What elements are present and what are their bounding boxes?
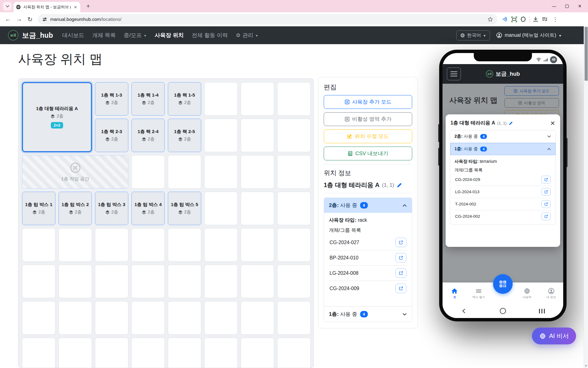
android-home-button[interactable] — [500, 308, 506, 314]
tab-search-button[interactable] — [3, 2, 12, 10]
map-cell-empty[interactable] — [95, 301, 128, 335]
phone-nav-chip[interactable]: AI검색 — [515, 288, 539, 299]
nav-item[interactable]: 종/모프▼ — [124, 32, 147, 39]
map-cell-empty[interactable] — [204, 301, 238, 335]
map-cell-enclosure[interactable]: 1층 랙 2-3 2층 — [95, 119, 128, 152]
scrollbar-thumb[interactable] — [585, 27, 588, 81]
map-cell-enclosure[interactable]: 1층 랙 1-3 2층 — [95, 82, 128, 116]
bookmark-star-icon[interactable] — [488, 17, 493, 22]
map-cell-enclosure[interactable]: 1층 텁 박스 5 2층 — [168, 192, 201, 225]
entity-open-link-button[interactable] — [541, 176, 551, 183]
language-select-button[interactable]: 한국어 ▼ — [456, 30, 490, 40]
map-cell-empty[interactable] — [168, 155, 201, 189]
screen-capture-icon[interactable] — [511, 16, 517, 22]
map-cell-empty[interactable] — [22, 228, 55, 262]
back-button[interactable]: ← — [3, 14, 13, 24]
map-cell-empty[interactable] — [277, 192, 311, 225]
map-cell-empty[interactable] — [22, 301, 55, 335]
kebab-menu-icon[interactable]: ⋮ — [552, 16, 558, 23]
edit-pencil-icon[interactable] — [509, 121, 513, 125]
map-cell-empty[interactable] — [204, 119, 238, 152]
map-cell-empty[interactable] — [204, 265, 238, 298]
map-cell-enclosure[interactable]: 1층 텁 박스 4 2층 — [131, 192, 165, 225]
map-cell-enclosure-selected[interactable]: 1층 대형 테라리움 A 2층2×2 — [22, 82, 92, 152]
phone-nav-menu[interactable]: 메뉴 열기 — [467, 288, 491, 299]
entity-open-link-button[interactable] — [395, 253, 406, 263]
close-icon[interactable]: ✕ — [550, 120, 555, 126]
map-cell-empty[interactable] — [277, 228, 311, 262]
map-cell-empty[interactable] — [22, 265, 55, 298]
map-cell-empty[interactable] — [168, 265, 201, 298]
reload-button[interactable]: ↻ — [25, 14, 35, 24]
map-cell-empty[interactable] — [204, 228, 238, 262]
entity-open-link-button[interactable] — [541, 188, 551, 196]
map-cell-empty[interactable] — [204, 338, 238, 368]
floor-accordion-header[interactable]: 1층: 사용 중 4 — [324, 306, 412, 322]
url-bar[interactable]: manual.bogeumhub.com/locations/ — [38, 14, 497, 25]
floor-accordion-header[interactable]: 1층: 사용 중 4 — [450, 143, 556, 155]
map-cell-empty[interactable] — [277, 82, 311, 116]
map-cell-empty[interactable] — [241, 228, 274, 262]
map-cell-empty[interactable] — [22, 338, 55, 368]
map-cell-empty[interactable] — [95, 265, 128, 298]
map-cell-empty[interactable] — [131, 228, 165, 262]
map-cell-enclosure[interactable]: 1층 랙 2-5 2층 — [168, 119, 201, 152]
map-cell-empty[interactable] — [241, 265, 274, 298]
nav-item[interactable]: 전체 활동 이력 — [192, 32, 228, 39]
window-minimize-button[interactable]: — — [548, 0, 560, 12]
extensions-puzzle-icon[interactable] — [520, 16, 526, 22]
csv-export-button[interactable]: CSV 내보내기 — [324, 147, 412, 160]
map-cell-enclosure[interactable]: 1층 랙 1-4 2층 — [131, 82, 165, 116]
add-enclosure-mode-button[interactable]: 사육장 추가 모드 — [324, 95, 412, 109]
map-cell-empty[interactable] — [58, 228, 92, 262]
map-cell-empty[interactable] — [204, 192, 238, 225]
user-menu-button[interactable]: manual (메뉴얼 사이트) ▼ — [496, 32, 562, 39]
floor-accordion-header[interactable]: 2층: 사용 중 4 — [324, 198, 412, 213]
map-cell-empty[interactable] — [95, 228, 128, 262]
map-cell-empty[interactable] — [204, 82, 238, 116]
map-cell-empty[interactable] — [241, 192, 274, 225]
map-cell-enclosure[interactable]: 1층 랙 2-4 2층 — [131, 119, 165, 152]
window-maximize-button[interactable] — [560, 0, 573, 12]
edit-pencil-icon[interactable] — [397, 182, 402, 188]
reading-list-icon[interactable] — [542, 16, 548, 22]
window-close-button[interactable]: ✕ — [573, 0, 586, 12]
add-inactive-area-button[interactable]: 비활성 영역 추가 — [324, 112, 412, 126]
map-cell-empty[interactable] — [131, 301, 165, 335]
map-cell-empty[interactable] — [277, 119, 311, 152]
floor-accordion-header[interactable]: 2층: 사용 중 4 — [450, 130, 556, 143]
map-cell-empty[interactable] — [168, 338, 201, 368]
nav-item[interactable]: 대시보드 — [62, 32, 84, 39]
ai-assistant-button[interactable]: AI 비서 — [532, 328, 576, 344]
hamburger-menu-button[interactable] — [447, 67, 461, 80]
map-cell-empty[interactable] — [277, 301, 311, 335]
page-scrollbar[interactable]: ▼ — [584, 26, 588, 368]
nav-item[interactable]: 사육장 위치 — [155, 32, 184, 39]
entity-open-link-button[interactable] — [395, 284, 406, 293]
map-cell-empty[interactable] — [241, 338, 274, 368]
qr-scan-button[interactable] — [493, 274, 513, 294]
map-cell-enclosure[interactable]: 1층 랙 1-5 2층 — [168, 82, 201, 116]
phone-nav-person-circle[interactable]: 내 정보 — [539, 288, 563, 299]
entity-open-link-button[interactable] — [395, 268, 406, 278]
map-cell-empty[interactable] — [58, 265, 92, 298]
map-cell-empty[interactable] — [241, 119, 274, 152]
nav-item[interactable]: ⚙관리▼ — [236, 32, 258, 39]
map-cell-empty[interactable] — [241, 82, 274, 116]
map-cell-enclosure[interactable]: 1층 텁 박스 3 2층 — [95, 192, 128, 225]
map-cell-empty[interactable] — [131, 265, 165, 298]
map-cell-empty[interactable] — [241, 301, 274, 335]
map-cell-empty[interactable] — [277, 265, 311, 298]
map-cell-empty[interactable] — [131, 155, 165, 189]
phone-nav-home[interactable]: 홈 — [443, 288, 467, 299]
scrollbar-down-arrow[interactable]: ▼ — [584, 364, 588, 367]
site-settings-icon[interactable] — [42, 17, 47, 22]
map-cell-empty[interactable] — [168, 301, 201, 335]
map-cell-enclosure[interactable]: 1층 텁 박스 2 2층 — [58, 192, 92, 225]
brand-name[interactable]: 보금_hub — [22, 31, 53, 40]
entity-open-link-button[interactable] — [541, 213, 551, 220]
nav-item[interactable]: 개체 목록 — [92, 32, 116, 39]
downloads-icon[interactable] — [533, 16, 539, 22]
map-cell-empty[interactable] — [58, 338, 92, 368]
map-cell-inactive-area[interactable]: 1층 작업 공간 — [22, 155, 128, 189]
